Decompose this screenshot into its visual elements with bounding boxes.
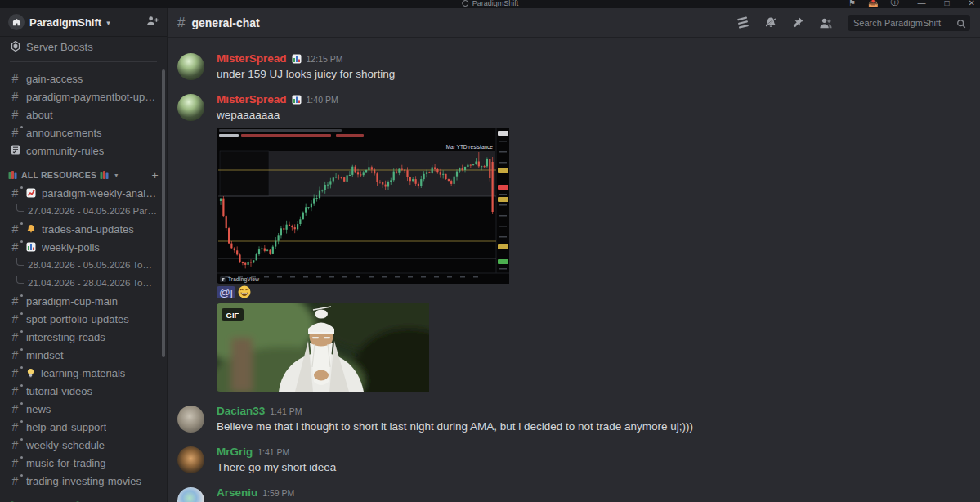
bell-emoji: [26, 224, 36, 234]
sidebar-item-server-boosts[interactable]: Server Boosts: [7, 38, 160, 56]
channel-label: learning-materials: [41, 367, 125, 379]
sidebar-item-trades-and-updates[interactable]: #trades-and-updates: [7, 220, 160, 238]
sidebar-item-paradigm-paymentbot-updates[interactable]: #paradigm-paymentbot-updates: [7, 87, 160, 105]
sidebar-item-mindset[interactable]: #mindset: [7, 346, 160, 364]
category-basic-users[interactable]: Basic Users▾+: [7, 496, 160, 502]
books-icon: [8, 171, 18, 180]
message-text: Believe me that i thought to short it la…: [217, 419, 967, 434]
window-title: ParadigmShift: [472, 0, 519, 7]
sidebar-scrollbar[interactable]: [162, 69, 165, 357]
sidebar-item-interesting-reads[interactable]: #interesting-reads: [7, 328, 160, 346]
search-input[interactable]: [848, 15, 970, 31]
message-author[interactable]: Dacian33: [217, 405, 265, 418]
bookmark-icon[interactable]: ⚑: [848, 0, 856, 7]
window-titlebar: ParadigmShift ⚑ 📥 ⓘ — □ ✕: [0, 0, 980, 8]
inbox-icon[interactable]: 📥: [868, 0, 878, 7]
maximize-button[interactable]: □: [945, 0, 950, 7]
message-text: under 159 UJ looks juicy for shorting: [217, 67, 967, 82]
hash-thread-icon: #: [10, 187, 20, 199]
sidebar-item-paradigm-weekly-analysis[interactable]: #paradigm-weekly-analysis: [7, 184, 160, 202]
notifications-muted-icon[interactable]: [764, 16, 777, 29]
threads-icon[interactable]: [736, 16, 750, 29]
channel-label: help-and-support: [26, 421, 106, 433]
chart-image-attachment[interactable]: Mar YTD resistanceTradingView: [217, 128, 967, 284]
sidebar-item-tutorial-videos[interactable]: #tutorial-videos: [7, 382, 160, 400]
message-text: There go my short ideea: [217, 460, 967, 475]
channel-sidebar: ParadigmShift ▾ Server Boosts#gain-acces…: [0, 8, 168, 502]
sidebar-item-trading-investing-movies[interactable]: #trading-investing-movies: [7, 472, 160, 490]
sidebar-item-announcements[interactable]: #announcements: [7, 123, 160, 141]
pinned-messages-icon[interactable]: [792, 16, 804, 29]
channel-label: community-rules: [26, 145, 104, 157]
hash-thread-icon: #: [10, 241, 20, 253]
channel-label: music-for-trading: [26, 457, 106, 469]
user-mention[interactable]: @j: [217, 286, 235, 298]
hash-icon: #: [10, 109, 20, 120]
invite-members-icon[interactable]: [146, 15, 159, 29]
sidebar-item-news[interactable]: #news: [7, 400, 160, 418]
message: MrGrig1:41 PMThere go my short ideea: [168, 444, 980, 477]
sidebar-item-help-and-support[interactable]: #help-and-support: [7, 418, 160, 436]
sidebar-item-paradigm-cup-main[interactable]: #paradigm-cup-main: [7, 292, 160, 310]
books-icon: [100, 171, 110, 180]
hash-icon: #: [10, 73, 20, 84]
avatar[interactable]: [177, 53, 204, 80]
chat-panel: # general-chat: [168, 8, 980, 502]
svg-text:GIF: GIF: [226, 311, 239, 320]
sidebar-item-weekly-polls[interactable]: #weekly-polls: [7, 238, 160, 256]
message-author[interactable]: MrGrig: [217, 446, 253, 459]
member-list-icon[interactable]: [819, 17, 833, 29]
message-author[interactable]: MisterSpread: [217, 52, 287, 65]
hash-thread-icon: #: [10, 475, 20, 486]
sidebar-item-about[interactable]: #about: [7, 105, 160, 123]
thread-item[interactable]: 28.04.2026 - 05.05.2026 Top5 Altcoin...: [7, 256, 160, 274]
thread-item[interactable]: 27.04.2026 - 04.05.2026 Paradigm We...: [7, 202, 160, 220]
message-header: Dacian331:41 PM: [217, 405, 967, 418]
avatar[interactable]: [177, 94, 204, 121]
server-header[interactable]: ParadigmShift ▾: [0, 8, 167, 37]
channel-label: about: [26, 109, 53, 121]
help-icon[interactable]: ⓘ: [891, 0, 899, 8]
channel-label: Server Boosts: [26, 41, 93, 53]
message-list: MisterSpread12:15 PMunder 159 UJ looks j…: [168, 38, 980, 502]
hash-thread-icon: #: [10, 457, 20, 468]
category-all-resources[interactable]: ALL RESOURCES▾+: [7, 166, 160, 184]
sidebar-item-gain-access[interactable]: #gain-access: [7, 69, 160, 87]
boost-icon: [10, 41, 20, 53]
channel-label: news: [26, 403, 51, 415]
hash-thread-icon: #: [10, 127, 20, 138]
create-channel-button[interactable]: +: [152, 168, 159, 182]
hash-thread-icon: #: [10, 367, 20, 379]
channel-label: announcements: [26, 127, 102, 139]
message-header: Arseniu1:59 PM: [217, 486, 967, 500]
sidebar-divider: [10, 61, 157, 62]
avatar[interactable]: [177, 406, 204, 433]
message-author[interactable]: MisterSpread: [217, 93, 287, 106]
message-header: MrGrig1:41 PM: [217, 446, 967, 459]
gif-attachment[interactable]: GIF: [217, 303, 967, 392]
search-icon: [956, 17, 966, 32]
thread-label: 21.04.2026 - 28.04.2026 Top5 Altcoins...: [28, 278, 157, 288]
create-channel-button[interactable]: +: [152, 499, 159, 502]
message: Arseniu1:59 PMShorted ahahhahha(edited): [168, 485, 980, 502]
channel-label: weekly-polls: [42, 241, 100, 253]
channel-label: mindset: [26, 349, 64, 361]
sidebar-item-learning-materials[interactable]: #learning-materials: [7, 364, 160, 382]
thread-label: 27.04.2026 - 04.05.2026 Paradigm We...: [28, 206, 157, 216]
sidebar-item-weekly-schedule[interactable]: #weekly-schedule: [7, 436, 160, 454]
message-header: MisterSpread1:40 PM: [217, 93, 967, 106]
avatar[interactable]: [177, 446, 204, 473]
hash-thread-icon: #: [10, 331, 20, 343]
sidebar-item-community-rules[interactable]: community-rules: [7, 141, 160, 159]
message: MisterSpread1:40 PMwepaaaaaaaMar YTD res…: [168, 92, 980, 395]
close-button[interactable]: ✕: [969, 0, 975, 7]
message-author[interactable]: Arseniu: [217, 486, 257, 500]
thread-item[interactable]: 21.04.2026 - 28.04.2026 Top5 Altcoins...: [7, 274, 160, 292]
minimize-button[interactable]: —: [918, 0, 926, 7]
sidebar-item-music-for-trading[interactable]: #music-for-trading: [7, 454, 160, 472]
message-timestamp: 1:41 PM: [270, 405, 302, 418]
sidebar-item-spot-portfolio-updates[interactable]: #spot-portfolio-updates: [7, 310, 160, 328]
thread-branch-icon: [16, 204, 24, 212]
avatar[interactable]: [177, 487, 204, 502]
bulb-emoji: [26, 368, 35, 378]
